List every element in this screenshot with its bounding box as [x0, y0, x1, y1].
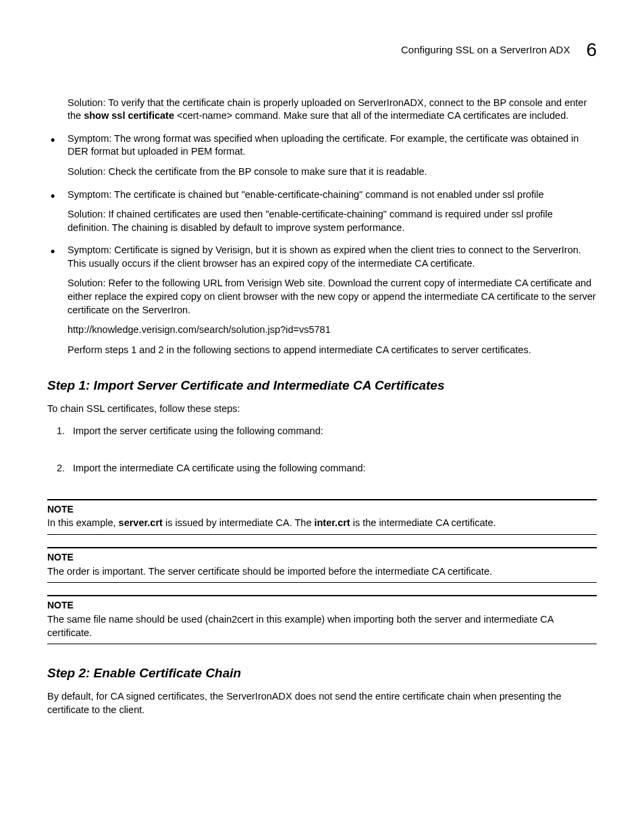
- symptom-text: Symptom: The certificate is chained but …: [68, 188, 597, 202]
- symptom-item: Symptom: The certificate is chained but …: [47, 188, 597, 235]
- solution-text: Solution: Refer to the following URL fro…: [68, 277, 597, 317]
- note-mid: is issued by intermediate CA. The: [163, 517, 315, 528]
- step1-item-2: Import the intermediate CA certificate u…: [68, 462, 597, 475]
- note-prefix: In this example,: [47, 517, 119, 528]
- document-page: Configuring SSL on a ServerIron ADX 6 So…: [0, 0, 644, 834]
- step2-text: By default, for CA signed certificates, …: [47, 690, 597, 716]
- note-label: NOTE: [47, 503, 597, 516]
- intro-suffix: <cert-name> command. Make sure that all …: [174, 110, 568, 121]
- note-block: NOTE The same file name should be used (…: [47, 595, 597, 644]
- intro-paragraph: Solution: To verify that the certificate…: [68, 97, 597, 123]
- solution-url: http://knowledge.verisign.com/search/sol…: [68, 323, 597, 337]
- intro-solution: Solution: To verify that the certificate…: [68, 97, 597, 123]
- symptom-text: Symptom: The wrong format was specified …: [68, 132, 597, 159]
- note-suffix: is the intermediate CA certificate.: [350, 517, 496, 528]
- step1-intro: To chain SSL certificates, follow these …: [47, 402, 597, 416]
- note-block: NOTE The order is important. The server …: [47, 547, 597, 583]
- solution-followup: Perform steps 1 and 2 in the following s…: [68, 344, 597, 357]
- symptom-text: Symptom: Certificate is signed by Verisi…: [68, 244, 597, 270]
- symptom-item: Symptom: The wrong format was specified …: [47, 132, 597, 179]
- symptom-list: Symptom: The wrong format was specified …: [47, 132, 597, 357]
- note-label: NOTE: [47, 551, 597, 564]
- note-bold-1: server.crt: [119, 517, 163, 528]
- page-header: Configuring SSL on a ServerIron ADX 6: [47, 37, 597, 63]
- note-text: In this example, server.crt is issued by…: [47, 517, 597, 530]
- note-text: The same file name should be used (chain…: [47, 613, 597, 640]
- note-text: The order is important. The server certi…: [47, 565, 597, 579]
- solution-text: Solution: Check the certificate from the…: [68, 165, 597, 179]
- header-title: Configuring SSL on a ServerIron ADX: [401, 43, 570, 57]
- step2-heading: Step 2: Enable Certificate Chain: [47, 664, 597, 682]
- note-bold-2: inter.crt: [314, 517, 350, 528]
- symptom-item: Symptom: Certificate is signed by Verisi…: [47, 244, 597, 357]
- chapter-number: 6: [586, 37, 597, 63]
- step1-heading: Step 1: Import Server Certificate and In…: [47, 377, 597, 394]
- step1-list: Import the server certificate using the …: [53, 425, 597, 475]
- solution-text: Solution: If chained certificates are us…: [68, 208, 597, 234]
- note-block: NOTE In this example, server.crt is issu…: [47, 499, 597, 535]
- step1-item-1: Import the server certificate using the …: [68, 425, 597, 438]
- intro-command: show ssl certificate: [84, 110, 174, 121]
- note-label: NOTE: [47, 599, 597, 612]
